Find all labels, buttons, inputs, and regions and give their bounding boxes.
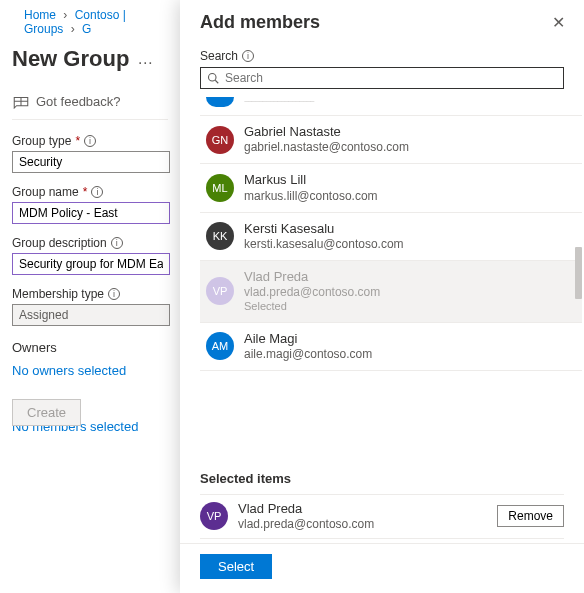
search-input[interactable]: [219, 71, 557, 85]
group-type-label: Group type*i: [12, 134, 168, 148]
breadcrumb-home[interactable]: Home: [24, 8, 56, 22]
person-email: aile.magi@contoso.com: [244, 347, 372, 362]
create-button[interactable]: Create: [12, 399, 81, 426]
person-email: gabriel.nastaste@contoso.com: [244, 140, 409, 155]
feedback-link[interactable]: Got feedback?: [12, 86, 168, 120]
result-row[interactable]: GNGabriel Nastastegabriel.nastaste@conto…: [200, 116, 582, 164]
chevron-right-icon: ›: [63, 8, 67, 22]
avatar: VP: [206, 277, 234, 305]
avatar: ML: [206, 174, 234, 202]
search-label: Searchi: [200, 49, 564, 63]
panel-title: Add members: [200, 12, 320, 33]
group-name-input[interactable]: [12, 202, 170, 224]
result-row[interactable]: MLMarkus Lillmarkus.lill@contoso.com: [200, 164, 582, 212]
close-icon[interactable]: ✕: [548, 13, 568, 33]
owners-link[interactable]: No owners selected: [12, 359, 168, 382]
membership-type-label: Membership typei: [12, 287, 168, 301]
search-icon: [207, 72, 219, 84]
selected-item-row: VPVlad Predavlad.preda@contoso.comRemove: [200, 494, 564, 539]
scrollbar[interactable]: [574, 97, 582, 327]
result-row[interactable]: VPVlad Predavlad.preda@contoso.comSelect…: [200, 261, 582, 323]
person-name: Gabriel Nastaste: [244, 124, 409, 140]
avatar: KK: [206, 222, 234, 250]
scrollbar-thumb[interactable]: [575, 247, 582, 299]
add-members-panel: Add members ✕ Searchi ~~~~~~~~~~~~~~~~~~…: [180, 0, 584, 593]
result-row[interactable]: ~~~~~~~~~~~~~~~~~~~: [200, 97, 582, 116]
result-row[interactable]: KKKersti Kasesalukersti.kasesalu@contoso…: [200, 213, 582, 261]
person-name: Markus Lill: [244, 172, 378, 188]
feedback-icon: [12, 95, 30, 109]
selected-label: Selected: [244, 300, 380, 314]
svg-point-0: [209, 74, 217, 82]
person-name: Vlad Preda: [244, 269, 380, 285]
group-type-select[interactable]: [12, 151, 170, 173]
person-name: Aile Magi: [244, 331, 372, 347]
owners-heading: Owners: [12, 340, 168, 355]
avatar: GN: [206, 126, 234, 154]
group-description-label: Group descriptioni: [12, 236, 168, 250]
page-title: New Group: [12, 46, 129, 72]
person-email: vlad.preda@contoso.com: [244, 285, 380, 300]
more-actions-icon[interactable]: …: [137, 50, 153, 68]
person-email: kersti.kasesalu@contoso.com: [244, 237, 404, 252]
person-email: markus.lill@contoso.com: [244, 189, 378, 204]
person-name: Vlad Preda: [238, 501, 374, 517]
info-icon[interactable]: i: [111, 237, 123, 249]
avatar: AM: [206, 332, 234, 360]
info-icon[interactable]: i: [84, 135, 96, 147]
person-email: vlad.preda@contoso.com: [238, 517, 374, 532]
selected-items-heading: Selected items: [200, 471, 564, 486]
avatar: VP: [200, 502, 228, 530]
svg-line-1: [215, 80, 218, 83]
info-icon[interactable]: i: [242, 50, 254, 62]
avatar: [206, 97, 234, 107]
info-icon[interactable]: i: [91, 186, 103, 198]
select-button[interactable]: Select: [200, 554, 272, 579]
search-input-wrapper[interactable]: [200, 67, 564, 89]
breadcrumb-current[interactable]: G: [82, 22, 91, 36]
group-description-input[interactable]: [12, 253, 170, 275]
info-icon[interactable]: i: [108, 288, 120, 300]
chevron-right-icon: ›: [71, 22, 75, 36]
breadcrumb: Home › Contoso | Groups › G: [12, 0, 168, 40]
search-results: ~~~~~~~~~~~~~~~~~~~GNGabriel Nastastegab…: [180, 93, 584, 460]
result-row[interactable]: AMAile Magiaile.magi@contoso.com: [200, 323, 582, 371]
membership-type-select[interactable]: [12, 304, 170, 326]
remove-button[interactable]: Remove: [497, 505, 564, 527]
group-name-label: Group name*i: [12, 185, 168, 199]
person-name: Kersti Kasesalu: [244, 221, 404, 237]
